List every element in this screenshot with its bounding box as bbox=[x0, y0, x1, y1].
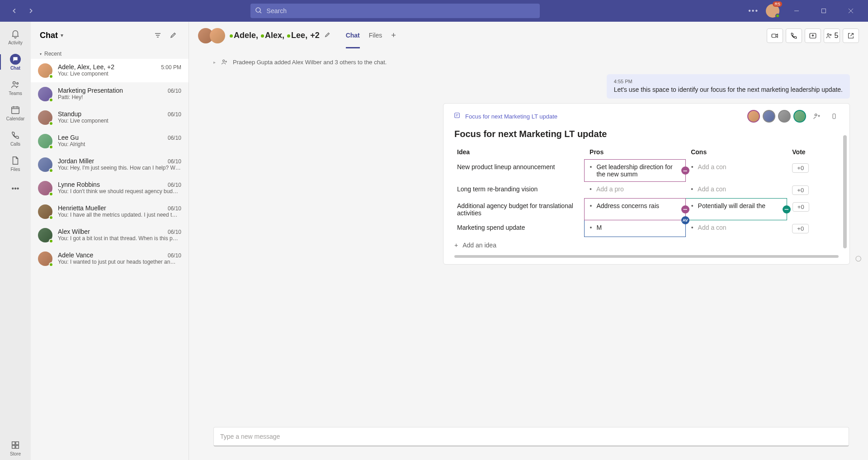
chat-list-item[interactable]: Jordan Miller06/10 You: Hey, I'm just se… bbox=[31, 153, 189, 176]
pro-cell[interactable]: •Address concerns rais••• bbox=[584, 199, 685, 220]
titlebar-right: ••• RS bbox=[748, 4, 864, 18]
component-hscroll[interactable] bbox=[454, 255, 839, 258]
chat-avatar bbox=[38, 157, 52, 172]
rail-calendar[interactable]: Calendar bbox=[0, 100, 31, 125]
tab-files[interactable]: Files bbox=[369, 23, 382, 48]
collaborator-avatar[interactable] bbox=[763, 110, 775, 123]
idea-cell[interactable]: New product lineup announcement bbox=[452, 160, 584, 182]
share-component-button[interactable] bbox=[811, 110, 823, 123]
vote-button[interactable]: +0 bbox=[792, 185, 809, 195]
file-icon bbox=[10, 155, 21, 166]
presence-available-icon bbox=[49, 239, 53, 243]
chat-list-item[interactable]: Marketing Presentation06/10 Patti: Hey! bbox=[31, 82, 189, 106]
chat-avatar bbox=[38, 228, 52, 242]
chat-list-header: Chat ▾ bbox=[31, 22, 189, 49]
video-call-button[interactable] bbox=[767, 28, 783, 43]
rail-teams[interactable]: Teams bbox=[0, 75, 31, 100]
maximize-button[interactable] bbox=[814, 4, 834, 18]
chat-list-item[interactable]: Lee Gu06/10 You: Alright bbox=[31, 129, 189, 153]
idea-cell[interactable]: Long term re-branding vision bbox=[452, 182, 584, 199]
minimize-button[interactable] bbox=[787, 4, 807, 18]
idea-cell[interactable]: Additional agency budget for translation… bbox=[452, 199, 584, 220]
avatar-initials: RS bbox=[773, 1, 782, 7]
vote-cell: +0 bbox=[787, 182, 841, 199]
edit-name-button[interactable] bbox=[324, 32, 330, 39]
con-cell[interactable]: •Add a con bbox=[685, 182, 787, 199]
chat-list-item[interactable]: Standup06/10 You: Live component bbox=[31, 106, 189, 129]
rail-store[interactable]: Store bbox=[0, 436, 31, 460]
component-title[interactable]: Focus for next Marketing LT update bbox=[443, 126, 849, 145]
add-idea-button[interactable]: + Add an idea bbox=[443, 237, 849, 249]
close-window-button[interactable] bbox=[841, 4, 861, 18]
filter-button[interactable] bbox=[151, 29, 164, 42]
chat-list-item[interactable]: Adele, Alex, Lee, +25:00 PM You: Live co… bbox=[31, 59, 189, 82]
message-input[interactable]: Type a new message bbox=[213, 427, 849, 446]
search-input[interactable] bbox=[250, 4, 540, 18]
svg-rect-5 bbox=[12, 441, 15, 444]
pro-cell[interactable]: •Get leadership direction for the new su… bbox=[584, 160, 685, 182]
chat-item-preview: You: I wanted to just put our heads toge… bbox=[58, 259, 181, 265]
table-row: Long term re-branding vision •Add a pro … bbox=[452, 182, 841, 199]
chat-list-item[interactable]: Henrietta Mueller06/10 You: I have all t… bbox=[31, 200, 189, 223]
table-header-row: Idea Pros Cons Vote bbox=[452, 145, 841, 160]
chat-header: Adele, Alex, Lee, +2 Chat Files + 5 bbox=[189, 22, 868, 50]
chat-list-item[interactable]: Alex Wilber06/10 You: I got a bit lost i… bbox=[31, 223, 189, 247]
component-link[interactable]: Focus for next Marketing LT update bbox=[465, 113, 557, 120]
rail-chat[interactable]: Chat bbox=[0, 50, 31, 74]
app-rail: Activity Chat Teams Calendar Calls Files… bbox=[0, 22, 31, 460]
chat-avatar bbox=[38, 251, 52, 266]
forward-button[interactable] bbox=[24, 4, 38, 18]
vote-cell: +0 bbox=[787, 160, 841, 182]
chevron-down-icon[interactable]: ▾ bbox=[61, 32, 63, 38]
chat-avatar bbox=[38, 63, 52, 78]
chat-item-title: Adele, Alex, Lee, +2 bbox=[58, 63, 114, 71]
chat-item-time: 5:00 PM bbox=[161, 64, 181, 71]
collaborator-avatar[interactable] bbox=[747, 110, 760, 123]
chat-item-time: 06/10 bbox=[168, 111, 181, 118]
section-recent[interactable]: ▾ Recent bbox=[31, 49, 189, 59]
rail-activity[interactable]: Activity bbox=[0, 24, 31, 49]
rail-files[interactable]: Files bbox=[0, 151, 31, 175]
tab-chat[interactable]: Chat bbox=[346, 23, 360, 48]
add-tab-button[interactable]: + bbox=[391, 31, 396, 40]
chat-list-item[interactable]: Lynne Robbins06/10 You: I don't think we… bbox=[31, 176, 189, 200]
rail-more[interactable]: ••• bbox=[0, 176, 31, 201]
audio-call-button[interactable] bbox=[786, 28, 802, 43]
collaborator-avatar[interactable] bbox=[778, 110, 791, 123]
chat-item-title: Lee Gu bbox=[58, 134, 79, 141]
expand-caret-icon[interactable]: ▸ bbox=[213, 60, 216, 65]
person-add-icon bbox=[220, 58, 228, 66]
col-cons: Cons bbox=[685, 145, 787, 160]
message-self: 4:55 PM Let's use this space to identify… bbox=[213, 74, 850, 99]
chat-avatar bbox=[38, 87, 52, 101]
pro-cell[interactable]: •Add a pro bbox=[584, 182, 685, 199]
rail-calls[interactable]: Calls bbox=[0, 126, 31, 150]
collaborator-avatar[interactable] bbox=[793, 110, 806, 123]
message-bubble[interactable]: 4:55 PM Let's use this space to identify… bbox=[607, 74, 850, 99]
back-button[interactable] bbox=[7, 4, 22, 18]
popout-button[interactable] bbox=[843, 28, 859, 43]
participants-button[interactable]: 5 bbox=[824, 28, 840, 43]
con-cell[interactable]: •Potentially will derail the••• bbox=[685, 199, 787, 220]
idea-cell[interactable]: Marketing spend update bbox=[452, 220, 584, 237]
chat-avatar bbox=[38, 204, 52, 219]
user-avatar[interactable]: RS bbox=[766, 4, 779, 18]
chat-list: Adele, Alex, Lee, +25:00 PM You: Live co… bbox=[31, 59, 189, 460]
rail-label: Chat bbox=[10, 66, 20, 71]
con-cell[interactable]: •Add a con bbox=[685, 160, 787, 182]
component-scrollbar-thumb[interactable] bbox=[843, 135, 847, 248]
chat-item-preview: You: Alright bbox=[58, 141, 181, 147]
vote-button[interactable]: +0 bbox=[793, 202, 809, 212]
vote-button[interactable]: +0 bbox=[792, 163, 809, 173]
pro-cell[interactable]: •MAV bbox=[584, 220, 685, 237]
con-cell[interactable]: •Add a con bbox=[685, 220, 787, 237]
share-screen-button[interactable] bbox=[805, 28, 821, 43]
chat-list-item[interactable]: Adele Vance06/10 You: I wanted to just p… bbox=[31, 247, 189, 270]
component-expand-button[interactable] bbox=[828, 110, 840, 123]
collaborator-avatars bbox=[747, 110, 806, 123]
vote-button[interactable]: +0 bbox=[792, 224, 809, 233]
svg-rect-1 bbox=[822, 9, 826, 13]
presence-available-icon bbox=[775, 14, 780, 18]
settings-more-icon[interactable]: ••• bbox=[748, 7, 759, 15]
new-chat-button[interactable] bbox=[167, 29, 179, 42]
